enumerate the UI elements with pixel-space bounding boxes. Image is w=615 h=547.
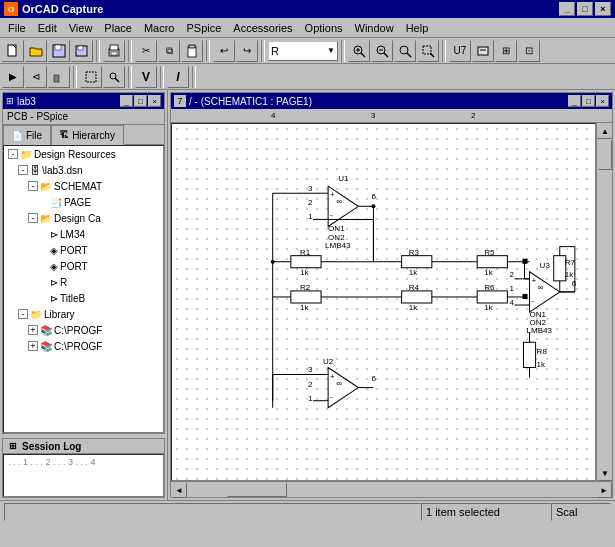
tree-port2[interactable]: ◈ PORT — [4, 258, 163, 274]
tree-lab3-dsn[interactable]: - 🗄 \lab3.dsn — [4, 162, 163, 178]
svg-rect-4 — [78, 46, 83, 50]
expand-lab3-dsn[interactable]: - — [18, 165, 28, 175]
tree-port1[interactable]: ◈ PORT — [4, 242, 163, 258]
expand-design-resources[interactable]: - — [8, 149, 18, 159]
component-dropdown[interactable]: R ▼ — [268, 41, 338, 61]
svg-text:+: + — [532, 276, 537, 285]
h-scroll-thumb[interactable] — [227, 483, 287, 497]
minimize-button[interactable]: _ — [559, 2, 575, 16]
i-label-button[interactable]: I — [167, 66, 189, 88]
paste-button[interactable] — [181, 40, 203, 62]
tree-titleb[interactable]: ⊳ TitleB — [4, 290, 163, 306]
sch-window-icon: 7 — [174, 95, 186, 107]
session-log-content[interactable]: . . . 1 . . . 2 . . . 3 . . . 4 — [3, 454, 164, 497]
tree-lm34[interactable]: ⊳ LM34 — [4, 226, 163, 242]
open-button[interactable] — [25, 40, 47, 62]
scroll-right-button[interactable]: ► — [596, 482, 612, 498]
scroll-thumb[interactable] — [598, 140, 612, 170]
ruler-mark-2: 2 — [471, 111, 475, 120]
expand-schematic[interactable]: - — [28, 181, 38, 191]
svg-text:1: 1 — [509, 284, 514, 293]
menu-help[interactable]: Help — [400, 20, 435, 36]
menu-pspice[interactable]: PSpice — [180, 20, 227, 36]
copy-button[interactable]: ⧉ — [158, 40, 180, 62]
separator-4 — [261, 40, 265, 62]
pm-maximize-button[interactable]: □ — [134, 95, 147, 107]
undo-button[interactable]: ↩ — [213, 40, 235, 62]
status-scale-text: Scal — [556, 506, 577, 518]
zoom-out-button[interactable] — [371, 40, 393, 62]
tab-hierarchy[interactable]: 🏗 Hierarchy — [51, 125, 124, 145]
run-button[interactable]: ▶ — [2, 66, 24, 88]
menu-window[interactable]: Window — [349, 20, 400, 36]
scroll-up-button[interactable]: ▲ — [597, 123, 612, 139]
menu-place[interactable]: Place — [98, 20, 138, 36]
stop-button[interactable] — [48, 66, 70, 88]
sch-canvas[interactable]: + - ∞ ON1 ON2 LMB43 U1 3 2 — [171, 123, 596, 481]
sch-scrollbar-right[interactable]: ▲ ▼ — [596, 123, 612, 481]
svg-text:R4: R4 — [409, 283, 420, 292]
tree-design-resources[interactable]: - 📁 Design Resources — [4, 146, 163, 162]
menu-view[interactable]: View — [63, 20, 99, 36]
tree-page[interactable]: 📑 PAGE — [4, 194, 163, 210]
menu-edit[interactable]: Edit — [32, 20, 63, 36]
maximize-button[interactable]: □ — [577, 2, 593, 16]
expand-lib1[interactable]: + — [28, 325, 38, 335]
port2-icon: ◈ — [50, 261, 58, 272]
expand-library[interactable]: - — [18, 309, 28, 319]
tab-file[interactable]: 📄 File — [3, 125, 51, 145]
cut-button[interactable]: ✂ — [135, 40, 157, 62]
zoom-area-button[interactable] — [417, 40, 439, 62]
tree-schematic[interactable]: - 📂 SCHEMAT — [4, 178, 163, 194]
svg-text:2: 2 — [308, 198, 313, 207]
tree-lib2[interactable]: + 📚 C:\PROGF — [4, 338, 163, 354]
expand-design-cache[interactable]: - — [28, 213, 38, 223]
close-button[interactable]: × — [595, 2, 611, 16]
edit-btn-4[interactable]: ⊡ — [518, 40, 540, 62]
redo-button[interactable]: ↪ — [236, 40, 258, 62]
sch-maximize-button[interactable]: □ — [582, 95, 595, 107]
tree-label-page: PAGE — [64, 197, 91, 208]
menu-options[interactable]: Options — [299, 20, 349, 36]
expand-lib2[interactable]: + — [28, 341, 38, 351]
select-btn[interactable] — [80, 66, 102, 88]
r-icon: ⊳ — [50, 277, 58, 288]
menu-macro[interactable]: Macro — [138, 20, 181, 36]
menu-accessories[interactable]: Accessories — [227, 20, 298, 36]
menu-file[interactable]: File — [2, 20, 32, 36]
new-button[interactable] — [2, 40, 24, 62]
tree-library[interactable]: - 📁 Library — [4, 306, 163, 322]
svg-rect-9 — [189, 45, 195, 48]
print-button[interactable] — [103, 40, 125, 62]
sch-minimize-button[interactable]: _ — [568, 95, 581, 107]
scroll-track[interactable] — [597, 139, 612, 465]
pm-tabs: 📄 File 🏗 Hierarchy — [3, 125, 164, 145]
scroll-left-button[interactable]: ◄ — [171, 482, 187, 498]
schematic-window: 7 / - (SCHEMATIC1 : PAGE1) _ □ × 4 3 2 — [170, 92, 613, 498]
tree-lib1[interactable]: + 📚 C:\PROGF — [4, 322, 163, 338]
magnify-btn[interactable] — [103, 66, 125, 88]
edit-btn-3[interactable]: ⊞ — [495, 40, 517, 62]
edit-btn-2[interactable] — [472, 40, 494, 62]
status-left — [4, 503, 421, 521]
status-bar: 1 item selected Scal — [0, 500, 615, 522]
ruler-mark-3: 3 — [371, 111, 375, 120]
tree-design-cache[interactable]: - 📂 Design Ca — [4, 210, 163, 226]
v-label-button[interactable]: V — [135, 66, 157, 88]
zoom-in-button[interactable] — [348, 40, 370, 62]
save-button[interactable] — [48, 40, 70, 62]
sch-close-button[interactable]: × — [596, 95, 609, 107]
zoom-fit-button[interactable] — [394, 40, 416, 62]
h-scroll-track[interactable] — [187, 482, 596, 497]
step-back-button[interactable]: ⊲ — [25, 66, 47, 88]
pm-minimize-button[interactable]: _ — [120, 95, 133, 107]
scroll-down-button[interactable]: ▼ — [597, 465, 612, 481]
r6-component: R6 1k — [459, 283, 524, 312]
save-all-button[interactable] — [71, 40, 93, 62]
lib1-icon: 📚 — [40, 325, 52, 336]
tree-r[interactable]: ⊳ R — [4, 274, 163, 290]
svg-text:LMB43: LMB43 — [325, 241, 351, 250]
pm-close-button[interactable]: × — [148, 95, 161, 107]
edit-btn-1[interactable]: U7 — [449, 40, 471, 62]
sch-scrollbar-bottom[interactable]: ◄ ► — [171, 481, 612, 497]
